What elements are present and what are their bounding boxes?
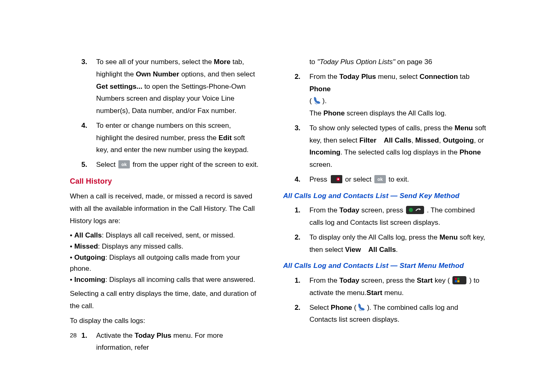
- text: .: [396, 246, 398, 254]
- list-item: Missed: Displays any missed calls.: [70, 241, 258, 252]
- svg-point-7: [409, 208, 413, 212]
- desc: : Displays any missed calls.: [98, 242, 183, 250]
- continuation-line: to "Today Plus Option Lists" on page 36: [309, 56, 487, 68]
- page-content: 3. To see all of your numbers, select th…: [70, 53, 487, 356]
- call-history-intro: When a call is received, made, or missed…: [70, 190, 258, 227]
- bold-today: Today: [339, 206, 360, 214]
- comma: ,: [439, 136, 443, 144]
- heading-start-menu-method: All Calls Log and Contacts List — Start …: [283, 260, 487, 272]
- reference-title: "Today Plus Option Lists": [317, 58, 395, 66]
- step-number: 3.: [81, 56, 96, 117]
- heading-call-history: Call History: [70, 175, 258, 188]
- bold-phone: Phone: [323, 109, 345, 117]
- step-body: To show only selected types of calls, pr…: [309, 122, 487, 171]
- ok-icon: ok: [118, 160, 130, 168]
- text: or select: [343, 175, 374, 183]
- text: Select: [96, 161, 118, 168]
- comma: ,: [411, 136, 415, 144]
- text: , or: [474, 136, 484, 144]
- paragraph: Selecting a call entry displays the time…: [70, 288, 258, 312]
- bold-missed: Missed: [415, 136, 439, 144]
- text: screen.: [309, 161, 332, 168]
- send-key-icon: [406, 206, 424, 214]
- start-key-icon: [452, 276, 466, 284]
- left-column: 3. To see all of your numbers, select th…: [70, 53, 258, 356]
- desc: : Displays all call received, sent, or m…: [102, 231, 235, 239]
- bold-incoming: Incoming: [309, 148, 341, 156]
- step-body: Press or select ok to exit.: [309, 173, 487, 186]
- sendkey-step-2: 2. To display only the All Calls log, pr…: [295, 231, 487, 256]
- text: From the: [309, 277, 339, 284]
- text: screen, press the: [359, 277, 417, 284]
- step-body: From the Today screen, press the Start k…: [309, 274, 487, 299]
- text: To show only selected types of calls, pr…: [309, 124, 454, 132]
- nested-step-1: 1. Activate the Today Plus menu. For mor…: [81, 330, 258, 354]
- step-4: 4. To enter or change numbers on this sc…: [81, 120, 258, 156]
- bold-menu: Menu: [439, 233, 457, 241]
- paragraph: To display the calls logs:: [70, 315, 258, 327]
- label: Missed: [74, 242, 98, 250]
- text: screen, press: [359, 206, 405, 214]
- bold-phone: Phone: [331, 304, 352, 311]
- heading-send-key-method: All Calls Log and Contacts List — Send K…: [283, 190, 487, 202]
- step-body: Activate the Today Plus menu. For more i…: [96, 330, 258, 354]
- sendkey-step-1: 1. From the Today screen, press . The co…: [295, 204, 487, 229]
- text: tab: [458, 73, 471, 81]
- bold-connection: Connection: [420, 73, 458, 81]
- bold-phone: Phone: [309, 85, 331, 93]
- step-body: From the Today Plus menu, select Connect…: [309, 71, 487, 120]
- svg-rect-10: [457, 278, 459, 280]
- step-body: To enter or change numbers on this scree…: [96, 120, 258, 156]
- text: menu.: [383, 289, 404, 297]
- list-item: Outgoing: Displays all outgoing calls ma…: [70, 252, 258, 274]
- text: Press: [309, 175, 329, 183]
- bold-get-settings: Get settings...: [96, 83, 142, 90]
- step-number: 2.: [295, 231, 309, 256]
- bold-more: More: [214, 58, 231, 66]
- startmenu-step-1: 1. From the Today screen, press the Star…: [295, 274, 487, 299]
- text: Activate the: [96, 332, 135, 339]
- step-number: 4.: [295, 173, 309, 186]
- text: screen displays the All Calls log.: [345, 109, 447, 117]
- step-number: 2.: [295, 302, 309, 326]
- close-paren: ).: [323, 97, 327, 105]
- bold-start: Start: [367, 289, 383, 297]
- step-2: 2. From the Today Plus menu, select Conn…: [295, 71, 487, 120]
- label: Outgoing: [74, 254, 106, 261]
- call-types-list: All Calls: Displays all call received, s…: [70, 230, 258, 286]
- label: Incoming: [74, 276, 106, 284]
- step-4: 4. Press or select ok to exit.: [295, 173, 487, 186]
- bold-today-plus: Today Plus: [135, 332, 171, 339]
- text: To display only the All Calls log, press…: [309, 233, 440, 241]
- list-item: Incoming: Displays all incoming calls th…: [70, 274, 258, 285]
- label: All Calls: [74, 231, 102, 239]
- phone-icon: [313, 96, 322, 105]
- page-number: 28: [70, 332, 77, 339]
- bold-today-plus: Today Plus: [339, 73, 376, 81]
- bold-menu: Menu: [454, 124, 473, 132]
- svg-rect-6: [406, 206, 424, 214]
- text: to: [309, 58, 317, 66]
- bold-edit: Edit: [219, 134, 232, 142]
- text: menu, select: [376, 73, 420, 81]
- bold-own-number: Own Number: [136, 70, 179, 78]
- startmenu-step-2: 2. Select Phone (). The combined calls l…: [295, 302, 487, 326]
- step-number: 1.: [295, 274, 309, 299]
- svg-rect-9: [455, 278, 457, 280]
- step-body: From the Today screen, press . The combi…: [309, 204, 487, 229]
- text: Select: [309, 304, 331, 311]
- ok-icon: ok: [374, 175, 386, 183]
- open-paren: (: [309, 97, 312, 105]
- right-column: to "Today Plus Option Lists" on page 36 …: [283, 53, 487, 356]
- step-number: 5.: [81, 159, 96, 171]
- text: to exit.: [387, 175, 409, 183]
- step-number: 1.: [295, 204, 309, 229]
- svg-rect-11: [455, 280, 457, 282]
- end-key-icon: [330, 175, 342, 183]
- step-body: Select Phone (). The combined calls log …: [309, 302, 487, 326]
- bold-phone: Phone: [459, 148, 481, 156]
- step-number: 3.: [295, 122, 309, 171]
- text: The: [309, 109, 323, 117]
- bold-today: Today: [339, 277, 360, 284]
- text: From the: [309, 206, 339, 214]
